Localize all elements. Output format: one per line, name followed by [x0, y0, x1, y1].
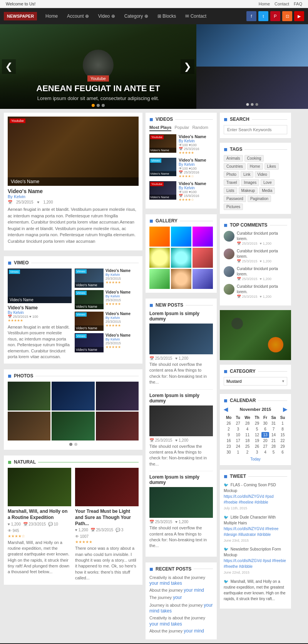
cal-day-2[interactable]: 2	[224, 426, 234, 432]
photo-2[interactable]	[52, 382, 94, 410]
recent-post-link-6[interactable]: your mind	[184, 628, 204, 634]
cal-day-11[interactable]: 11	[242, 432, 253, 438]
recent-post-link-5[interactable]: your mind takes	[149, 621, 182, 627]
nav-blocks[interactable]: ⊞ Blocks	[153, 9, 181, 23]
hero-dot-1[interactable]	[92, 104, 95, 107]
cal-day-3-next[interactable]: 3	[253, 449, 261, 455]
recent-post-link-2[interactable]: your mind	[184, 587, 204, 593]
tag-password[interactable]: Password	[224, 195, 246, 202]
tag-cooking[interactable]: Cooking	[244, 155, 264, 162]
tag-love[interactable]: Love	[261, 179, 275, 186]
cal-day-24[interactable]: 24	[234, 444, 242, 449]
cal-day-17[interactable]: 17	[234, 438, 242, 444]
recent-post-link-1[interactable]: your mind takes	[149, 581, 182, 586]
photo-6[interactable]	[96, 412, 139, 440]
cal-day-5[interactable]: 5	[253, 426, 261, 432]
calendar-next-button[interactable]: ▶	[283, 406, 287, 412]
cal-day-14[interactable]: 14	[269, 432, 278, 438]
cal-day-28-prev[interactable]: 28	[242, 420, 253, 426]
tag-link[interactable]: Link	[241, 171, 253, 178]
youtube-button[interactable]: ▶	[294, 11, 304, 21]
cal-day-9[interactable]: 9	[224, 432, 234, 438]
cal-day-4[interactable]: 4	[242, 426, 253, 432]
facebook-button[interactable]: f	[246, 11, 256, 21]
cal-day-30-prev[interactable]: 30	[261, 420, 269, 426]
tag-animals[interactable]: Animals	[224, 155, 243, 162]
search-input[interactable]	[224, 125, 287, 134]
cal-day-15[interactable]: 15	[278, 432, 287, 438]
contact-link[interactable]: Contact	[275, 2, 289, 6]
videos-tab-popular[interactable]: Popular	[174, 125, 189, 131]
tag-pictures[interactable]: Pictures	[224, 204, 243, 210]
gallery-thumb-1[interactable]	[149, 227, 170, 247]
cal-day-1-next[interactable]: 1	[234, 449, 242, 455]
recent-post-link-3[interactable]: your	[173, 595, 182, 600]
gallery-thumb-6[interactable]	[192, 248, 213, 268]
twitter-button[interactable]: t	[258, 11, 268, 21]
tag-photo[interactable]: Photo	[224, 171, 239, 178]
tag-makeup[interactable]: Makeup	[239, 187, 258, 194]
tag-countries[interactable]: Countries	[224, 163, 246, 170]
cal-day-27[interactable]: 27	[261, 444, 269, 449]
cal-day-25[interactable]: 25	[242, 444, 253, 449]
cal-day-16[interactable]: 16	[224, 438, 234, 444]
cal-day-26[interactable]: 26	[253, 444, 261, 449]
cal-day-2-next[interactable]: 2	[242, 449, 253, 455]
cal-day-21[interactable]: 21	[269, 438, 278, 444]
nav-video[interactable]: Video ⊕	[94, 9, 120, 23]
gallery-thumb-7[interactable]	[149, 269, 170, 289]
tweet-link-3[interactable]: https://t.co/dIsINZGVd #psd #freebie #fr…	[224, 559, 286, 569]
vimeo-item-by-4[interactable]: By Kelvin	[105, 337, 131, 341]
videos-tab-mostplays[interactable]: Most Plays	[149, 125, 171, 131]
vimeo-item-by-2[interactable]: By Kelvin	[105, 294, 131, 298]
cal-day-1[interactable]: 1	[278, 420, 287, 426]
cal-day-13-today[interactable]: 13	[261, 432, 269, 438]
cal-day-30[interactable]: 30	[224, 449, 234, 455]
hero-dot-3[interactable]	[102, 104, 105, 107]
tweet-link-1[interactable]: https://t.co/dIsINZYGVd #psd #freebie #f…	[224, 494, 274, 504]
nav-account[interactable]: Account ⊕	[62, 9, 94, 23]
cal-day-22[interactable]: 22	[278, 438, 287, 444]
hero-prev-button[interactable]: ❮	[2, 59, 16, 74]
photo-dot-2[interactable]	[74, 443, 77, 446]
tag-likes[interactable]: Likes	[264, 163, 279, 170]
photo-4[interactable]	[8, 412, 50, 440]
hero-next-button[interactable]: ❯	[181, 59, 194, 74]
cal-day-10[interactable]: 10	[234, 432, 242, 438]
gallery-thumb-3[interactable]	[192, 227, 213, 247]
cal-day-5-next[interactable]: 5	[269, 449, 278, 455]
vimeo-main-author[interactable]: By Kelvin	[8, 310, 72, 315]
cal-day-12[interactable]: 12	[253, 432, 261, 438]
gallery-thumb-9[interactable]	[192, 269, 213, 289]
cal-day-3[interactable]: 3	[234, 426, 242, 432]
featured-video-author[interactable]: By Kelvin	[8, 194, 139, 199]
cal-day-18[interactable]: 18	[242, 438, 253, 444]
category-select[interactable]: Mustard Technology Travel Food Fashion	[224, 377, 287, 385]
cal-day-31-prev[interactable]: 31	[269, 420, 278, 426]
cal-day-6-next[interactable]: 6	[278, 449, 287, 455]
rss-button[interactable]: ⊡	[282, 11, 292, 21]
gallery-thumb-8[interactable]	[171, 269, 191, 289]
video-w3-by[interactable]: By Kelvin	[179, 186, 206, 190]
gallery-thumb-2[interactable]	[171, 227, 191, 247]
nav-home[interactable]: Home	[41, 9, 62, 23]
cal-day-6[interactable]: 6	[261, 426, 269, 432]
nav-logo[interactable]: NEWSPAPER	[4, 12, 37, 20]
videos-tab-random[interactable]: Random	[192, 125, 208, 131]
tag-travel[interactable]: Travel	[224, 179, 239, 186]
nav-category[interactable]: Category ⊕	[120, 9, 153, 23]
cal-day-4-next[interactable]: 4	[261, 449, 269, 455]
photo-dot-1[interactable]	[69, 443, 72, 446]
photo-1[interactable]	[8, 382, 50, 410]
home-link[interactable]: Home	[259, 2, 270, 6]
cal-day-20[interactable]: 20	[261, 438, 269, 444]
cal-day-23[interactable]: 23	[224, 444, 234, 449]
tweet-link-2[interactable]: https://t.co/dIsINZYGVd #fretree #design…	[224, 527, 278, 537]
video-w1-by[interactable]: By Kelvin	[179, 139, 206, 143]
pinterest-button[interactable]: P	[270, 11, 280, 21]
tag-video[interactable]: Video	[255, 171, 270, 178]
cal-day-19[interactable]: 19	[253, 438, 261, 444]
nav-contact[interactable]: ✉ Contact	[181, 9, 211, 23]
cal-day-27-prev[interactable]: 27	[234, 420, 242, 426]
video-w2-by[interactable]: By Kelvin	[179, 162, 206, 167]
